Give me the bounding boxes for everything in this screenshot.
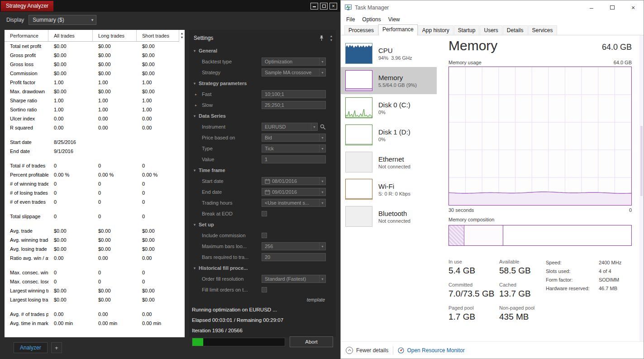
settings-section-strategy-parameters[interactable]: ▾Strategy parameters — [189, 78, 336, 89]
composition-free-segment[interactable] — [503, 225, 631, 245]
memory-composition-bar[interactable] — [448, 225, 632, 246]
table-row[interactable]: Max. drawdown$0.00$0.00$0.00 — [5, 87, 179, 96]
table-row[interactable]: Start date8/25/2016 — [5, 138, 179, 147]
minimize-button[interactable]: – — [581, 0, 602, 14]
sidebar-item-cpu[interactable]: CPU94% 3.96 GHz — [341, 40, 437, 67]
table-row[interactable]: Ratio avg. win / avg. loss0.000.000.00 — [5, 254, 179, 263]
table-row[interactable]: R squared0.000.000.00 — [5, 123, 179, 132]
settings-section-set-up[interactable]: ▾Set up — [189, 219, 336, 230]
tab-app-history[interactable]: App history — [418, 25, 453, 35]
table-row[interactable]: # of losing trades000 — [5, 188, 179, 197]
pin-icon[interactable] — [319, 35, 324, 41]
add-tab-button[interactable]: + — [51, 342, 62, 353]
scroll-down-icon[interactable]: ▼ — [330, 38, 333, 42]
table-row[interactable]: Avg. trade$0.00$0.00$0.00 — [5, 226, 179, 235]
table-row[interactable]: End date9/1/2016 — [5, 147, 179, 156]
column-header-all-trades[interactable]: All trades — [48, 30, 93, 41]
dropdown[interactable]: Tick▾ — [262, 144, 326, 153]
table-row[interactable]: Avg. time in market0.00 min0.00 min0.00 … — [5, 319, 179, 328]
composition-standby-segment[interactable] — [464, 225, 503, 245]
checkbox[interactable] — [262, 211, 267, 216]
tab-users[interactable]: Users — [480, 25, 502, 35]
table-row[interactable]: Gross profit$0.00$0.00$0.00 — [5, 51, 179, 60]
table-row[interactable]: Avg. # of trades per day0.000.000.00 — [5, 310, 179, 319]
text-input[interactable]: 25;250;1 — [262, 101, 326, 109]
table-row[interactable]: Profit factor1.001.001.00 — [5, 78, 179, 87]
memory-usage-graph[interactable] — [448, 67, 632, 206]
column-header-short-trades[interactable]: Short trades — [137, 30, 179, 41]
tab-details[interactable]: Details — [503, 25, 528, 35]
menu-options[interactable]: Options — [358, 16, 384, 23]
table-row[interactable]: Sharpe ratio1.001.001.00 — [5, 96, 179, 105]
table-row[interactable]: Total net profit$0.00$0.00$0.00 — [5, 42, 179, 51]
expand-arrow-icon[interactable]: ▸ — [195, 103, 197, 107]
scroll-up-icon[interactable]: ▲ — [181, 31, 184, 35]
sidebar-item-disk-0-c[interactable]: Disk 0 (C:)0% — [341, 94, 437, 121]
sidebar-item-ethernet[interactable]: EthernetNot connected — [341, 148, 437, 176]
dropdown[interactable]: Bid▾ — [262, 134, 326, 142]
dropdown[interactable]: 09/01/2016▾ — [262, 188, 326, 196]
vertical-scrollbar[interactable] — [639, 35, 644, 341]
table-row[interactable]: Max. consec. winners000 — [5, 268, 179, 277]
table-scrollbar[interactable]: ▲ ▼ — [179, 30, 185, 337]
table-row[interactable]: Total slippage000 — [5, 212, 179, 221]
settings-section-time-frame[interactable]: ▾Time frame — [189, 165, 336, 176]
scroll-up-icon[interactable]: ▲ — [330, 34, 333, 38]
sidebar-item-memory[interactable]: Memory5.5/64.0 GB (9%) — [341, 67, 437, 94]
sidebar-item-bluetooth[interactable]: BluetoothNot connected — [341, 203, 437, 230]
table-row[interactable]: Commission$0.00$0.00$0.00 — [5, 69, 179, 78]
table-row[interactable]: Total # of trades000 — [5, 161, 179, 170]
dropdown[interactable]: <Use instrument s...▾ — [262, 199, 326, 207]
tab-analyzer[interactable]: Analyzer — [14, 342, 48, 353]
table-row[interactable]: Sortino ratio1.001.001.00 — [5, 105, 179, 114]
abort-button[interactable]: Abort — [290, 336, 333, 347]
tab-performance[interactable]: Performance — [378, 24, 418, 35]
composition-in-use-segment[interactable] — [449, 225, 464, 245]
table-row[interactable]: Avg. winning trade$0.00$0.00$0.00 — [5, 235, 179, 244]
expand-arrow-icon[interactable]: ▸ — [195, 92, 197, 96]
search-icon[interactable] — [320, 124, 326, 130]
display-dropdown[interactable]: Summary ($) ▾ — [29, 15, 96, 25]
dropdown[interactable]: 08/01/2016▾ — [262, 177, 326, 185]
sidebar-item-disk-1-d[interactable]: Disk 1 (D:)0% — [341, 121, 437, 148]
restore-button[interactable] — [320, 3, 328, 10]
menu-file[interactable]: File — [343, 16, 358, 23]
table-row[interactable]: Ulcer index0.000.000.00 — [5, 114, 179, 123]
fewer-details-button[interactable]: Fewer details — [346, 347, 388, 354]
tab-startup[interactable]: Startup — [454, 25, 480, 35]
maximize-button[interactable] — [602, 0, 623, 14]
table-row[interactable]: # of even trades000 — [5, 197, 179, 206]
scroll-down-icon[interactable]: ▼ — [181, 35, 184, 39]
scrollbar-thumb[interactable] — [640, 126, 643, 196]
close-button[interactable]: × — [329, 3, 337, 10]
table-row[interactable]: Max. consec. losers000 — [5, 277, 179, 286]
tab-services[interactable]: Services — [528, 25, 557, 35]
text-input[interactable]: 10;100;1 — [262, 90, 326, 98]
tab-processes[interactable]: Processes — [344, 25, 378, 35]
table-row[interactable]: Avg. losing trade$0.00$0.00$0.00 — [5, 244, 179, 254]
close-button[interactable]: × — [623, 0, 644, 14]
table-row[interactable]: Largest losing trade$0.00$0.00$0.00 — [5, 295, 179, 304]
settings-section-data-series[interactable]: ▾Data Series — [189, 110, 336, 121]
text-input[interactable]: 1 — [262, 155, 326, 163]
table-row[interactable]: Largest winning trade$0.00$0.00$0.00 — [5, 286, 179, 295]
sidebar-item-wi-fi[interactable]: Wi-FiS: 0 R: 0 Kbps — [341, 176, 437, 203]
table-row[interactable]: Gross loss$0.00$0.00$0.00 — [5, 60, 179, 69]
settings-section-historical-fill-proce[interactable]: ▾Historical fill proce... — [189, 263, 336, 273]
template-note[interactable]: template — [189, 297, 336, 302]
text-input[interactable]: 20 — [262, 253, 326, 261]
minimize-button[interactable] — [310, 3, 318, 10]
dropdown[interactable]: Optimization▾ — [262, 57, 326, 66]
dropdown[interactable]: EURUSD▾ — [262, 123, 318, 131]
column-header-performance[interactable]: Performance — [5, 30, 48, 41]
dropdown[interactable]: Standard (Fastest)▾ — [262, 275, 326, 283]
column-header-long-trades[interactable]: Long trades — [93, 30, 137, 41]
checkbox[interactable] — [262, 287, 267, 292]
checkbox[interactable] — [262, 233, 267, 238]
open-resource-monitor-link[interactable]: Open Resource Monitor — [398, 347, 464, 354]
menu-view[interactable]: View — [385, 16, 404, 23]
settings-scrollbar[interactable]: ▲ ▼ — [329, 34, 334, 42]
settings-section-general[interactable]: ▾General — [189, 45, 336, 56]
dropdown[interactable]: Sample MA crossove▾ — [262, 68, 326, 77]
table-row[interactable]: # of winning trades000 — [5, 179, 179, 188]
